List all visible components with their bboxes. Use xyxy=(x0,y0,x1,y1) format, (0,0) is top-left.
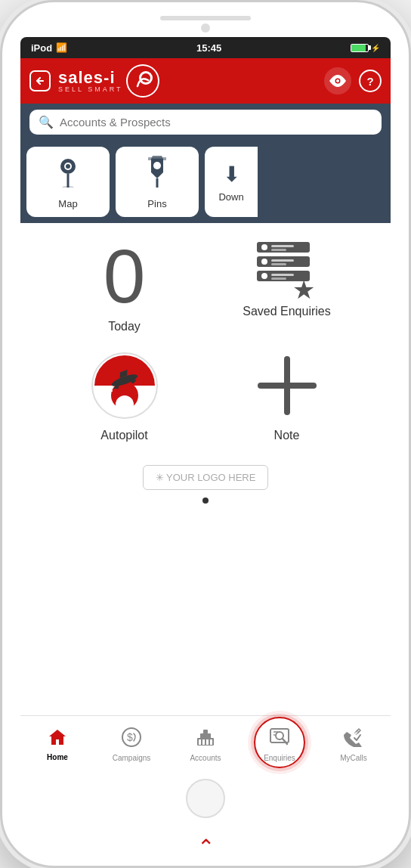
campaigns-icon: $ xyxy=(122,727,141,752)
logo-main-text: sales-i xyxy=(58,70,123,86)
help-icon: ? xyxy=(366,75,373,88)
down-icon: ⬇ xyxy=(223,162,240,187)
note-label: Note xyxy=(274,429,300,442)
tab-home[interactable]: Home xyxy=(20,728,94,761)
pins-label: Pins xyxy=(147,198,166,209)
dot-indicator xyxy=(202,498,209,504)
autopilot-icon xyxy=(91,352,159,423)
phone-frame: iPod 📶 15:45 ⚡ sales-i xyxy=(0,0,411,868)
main-grid: 0 Today xyxy=(54,238,357,442)
today-label: Today xyxy=(108,320,141,333)
search-input-wrap[interactable]: 🔍 xyxy=(29,110,382,135)
today-item[interactable]: 0 Today xyxy=(54,238,194,333)
svg-rect-14 xyxy=(271,245,294,247)
tab-mycalls[interactable]: MyCalls xyxy=(317,727,391,762)
app-header: sales-i SELL SMART xyxy=(20,58,391,104)
main-content: 0 Today xyxy=(20,223,391,715)
svg-point-8 xyxy=(62,186,74,188)
svg-rect-39 xyxy=(199,739,201,745)
svg-rect-38 xyxy=(203,730,208,734)
tab-enquiries-label: Enquiries xyxy=(264,754,295,762)
tab-enquiries-wrap: Enquiries xyxy=(243,727,317,762)
autopilot-label: Autopilot xyxy=(100,429,147,442)
tab-accounts-label: Accounts xyxy=(190,754,221,762)
time-label: 15:45 xyxy=(196,42,221,54)
svg-rect-42 xyxy=(210,739,212,745)
svg-point-27 xyxy=(116,395,134,414)
phone-speaker xyxy=(160,16,251,20)
svg-point-21 xyxy=(261,273,267,279)
carrier-label: iPod xyxy=(31,42,52,54)
help-button[interactable]: ? xyxy=(359,70,382,92)
note-icon xyxy=(253,352,321,423)
back-button[interactable] xyxy=(29,70,51,91)
tab-enquiries[interactable]: Enquiries xyxy=(264,727,295,762)
header-icons: ? xyxy=(324,67,382,95)
enquiries-icon xyxy=(269,727,290,752)
saved-enquiries-item[interactable]: ★ Saved Enquiries xyxy=(217,238,357,333)
svg-text:$: $ xyxy=(127,731,133,743)
svg-rect-43 xyxy=(270,729,289,742)
svg-point-13 xyxy=(261,244,267,250)
battery-indicator: ⚡ xyxy=(351,44,380,52)
map-button[interactable]: Map xyxy=(26,147,110,217)
search-icon: 🔍 xyxy=(39,115,54,129)
svg-rect-41 xyxy=(206,739,209,745)
pins-icon xyxy=(142,154,172,194)
home-button-wrap xyxy=(20,771,391,827)
saved-enquiries-label: Saved Enquiries xyxy=(243,305,331,318)
map-icon xyxy=(53,154,83,194)
tab-home-label: Home xyxy=(47,753,68,761)
saved-enquiries-icon: ★ xyxy=(253,238,321,299)
home-button[interactable] xyxy=(186,779,225,818)
svg-point-10 xyxy=(153,162,161,169)
accounts-icon xyxy=(196,727,215,752)
pins-button[interactable]: Pins xyxy=(116,147,199,217)
wifi-icon: 📶 xyxy=(56,42,67,53)
lightning-icon: ⚡ xyxy=(371,44,380,52)
note-item[interactable]: Note xyxy=(217,352,357,442)
eye-button[interactable] xyxy=(324,67,351,95)
logo-placeholder-text: ✳ YOUR LOGO HERE xyxy=(156,472,256,483)
down-button[interactable]: ⬇ Down xyxy=(205,147,258,217)
status-bar: iPod 📶 15:45 ⚡ xyxy=(20,37,391,58)
svg-rect-22 xyxy=(271,274,294,276)
tab-campaigns[interactable]: $ Campaigns xyxy=(94,727,168,762)
svg-rect-15 xyxy=(271,249,286,251)
bottom-chevron-area: ⌃ xyxy=(197,835,215,866)
svg-rect-40 xyxy=(202,739,205,745)
svg-rect-23 xyxy=(271,277,286,280)
phone-camera xyxy=(201,23,210,33)
logo-area: sales-i SELL SMART xyxy=(58,64,317,98)
svg-rect-18 xyxy=(271,259,294,262)
logo-icon xyxy=(126,64,159,98)
chevron-up-icon: ⌃ xyxy=(197,835,215,860)
svg-rect-37 xyxy=(200,733,211,739)
svg-point-5 xyxy=(336,79,339,82)
logo-sub-text: SELL SMART xyxy=(58,86,123,93)
svg-point-17 xyxy=(261,259,267,265)
mycalls-icon xyxy=(344,727,363,752)
map-label: Map xyxy=(58,198,77,209)
home-icon xyxy=(48,728,67,751)
tab-mycalls-label: MyCalls xyxy=(340,754,367,762)
search-bar: 🔍 xyxy=(20,104,391,141)
svg-point-3 xyxy=(141,73,150,82)
dot-1 xyxy=(202,498,209,504)
tab-campaigns-label: Campaigns xyxy=(113,754,151,762)
logo-text: sales-i SELL SMART xyxy=(58,70,123,93)
svg-point-9 xyxy=(66,164,70,169)
down-label: Down xyxy=(218,191,243,203)
phone-screen: iPod 📶 15:45 ⚡ sales-i xyxy=(20,37,391,827)
logo-placeholder: ✳ YOUR LOGO HERE xyxy=(143,465,269,490)
svg-rect-19 xyxy=(271,263,286,265)
tab-bar: Home $ Campaigns xyxy=(20,715,391,771)
autopilot-item[interactable]: Autopilot xyxy=(54,352,194,442)
toolbar: Map Pins ⬇ Down xyxy=(20,141,391,223)
tab-accounts[interactable]: Accounts xyxy=(168,727,243,762)
svg-text:★: ★ xyxy=(292,275,315,299)
today-count: 0 xyxy=(104,238,146,314)
search-input[interactable] xyxy=(60,116,372,129)
